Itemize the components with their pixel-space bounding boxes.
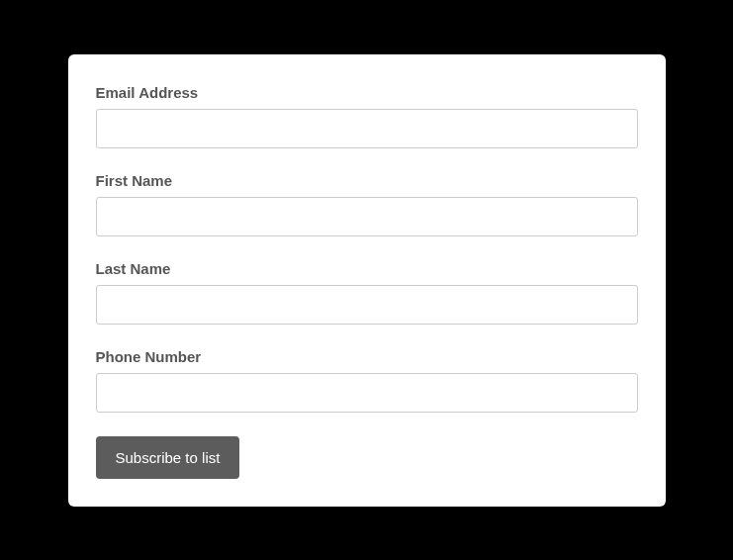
phone-field-group: Phone Number xyxy=(96,348,638,413)
email-label: Email Address xyxy=(96,84,638,101)
first-name-input[interactable] xyxy=(96,197,638,236)
first-name-field-group: First Name xyxy=(96,172,638,236)
first-name-label: First Name xyxy=(96,172,638,189)
last-name-input[interactable] xyxy=(96,285,638,325)
phone-label: Phone Number xyxy=(96,348,638,365)
subscription-form-card: Email Address First Name Last Name Phone… xyxy=(68,54,666,507)
last-name-field-group: Last Name xyxy=(96,260,638,325)
email-input[interactable] xyxy=(96,109,638,148)
phone-input[interactable] xyxy=(96,373,638,413)
email-field-group: Email Address xyxy=(96,84,638,148)
last-name-label: Last Name xyxy=(96,260,638,277)
subscribe-button[interactable]: Subscribe to list xyxy=(96,436,240,479)
